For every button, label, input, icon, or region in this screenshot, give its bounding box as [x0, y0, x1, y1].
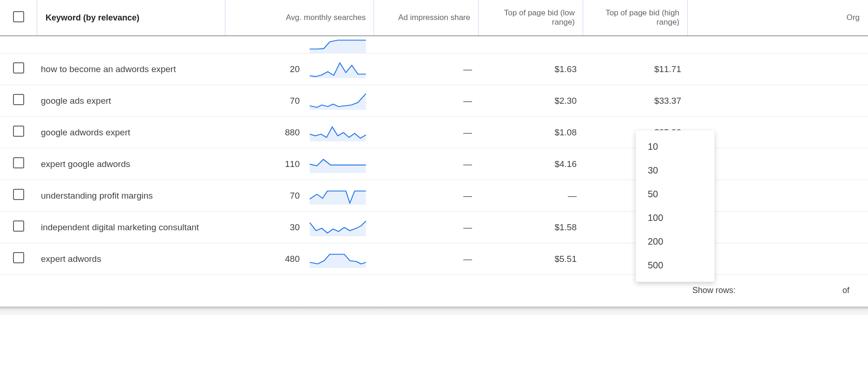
- avg-searches-value: 70: [225, 191, 300, 201]
- bid-low-cell: $2.30: [479, 85, 583, 117]
- svg-marker-5: [310, 191, 366, 204]
- table-footer-row: Show rows:of: [0, 275, 868, 307]
- org-cell: [688, 180, 868, 212]
- checkbox-icon[interactable]: [13, 94, 24, 105]
- col-avg-searches-label: Avg. monthly searches: [286, 13, 366, 22]
- checkbox-icon[interactable]: [13, 126, 24, 137]
- table-row: google adwords expert880—$1.08$35.23: [0, 117, 868, 148]
- select-all-header[interactable]: [0, 0, 37, 35]
- bid-high-cell: $11.71: [583, 53, 688, 85]
- avg-searches-cell: 880: [225, 117, 374, 148]
- table-row: understanding profit margins70——: [0, 180, 868, 212]
- table-row: google ads expert70—$2.30$33.37: [0, 85, 868, 117]
- org-cell: [688, 53, 868, 85]
- org-cell: [688, 148, 868, 180]
- row-checkbox-cell[interactable]: [0, 53, 37, 85]
- checkbox-icon[interactable]: [13, 62, 24, 73]
- col-keyword-label: Keyword (by relevance): [46, 13, 139, 22]
- ad-share-cell: [374, 35, 479, 53]
- rows-option[interactable]: 100: [636, 206, 715, 230]
- keyword-cell: [37, 35, 225, 53]
- avg-searches-value: 480: [225, 254, 300, 264]
- avg-searches-cell: 70: [225, 85, 374, 117]
- table-row: how to become an adwords expert20—$1.63$…: [0, 53, 868, 85]
- avg-searches-value: 20: [225, 64, 300, 74]
- sparkline: [305, 92, 370, 110]
- bid-low-cell: [479, 35, 583, 53]
- col-bid-low-label: Top of page bid (low range): [504, 8, 575, 27]
- col-org-label: Org: [847, 13, 860, 22]
- table-row: [0, 35, 868, 53]
- svg-marker-2: [310, 93, 366, 110]
- col-ad-share[interactable]: Ad impression share: [374, 0, 479, 35]
- ad-share-cell: —: [374, 148, 479, 180]
- sparkline: [305, 155, 370, 173]
- keyword-cell: understanding profit margins: [37, 180, 225, 212]
- ad-share-cell: —: [374, 117, 479, 148]
- avg-searches-cell: 30: [225, 212, 374, 243]
- rows-option[interactable]: 10: [636, 135, 715, 159]
- svg-marker-7: [310, 254, 366, 267]
- bid-high-cell: [583, 35, 688, 53]
- show-rows-label: Show rows:: [692, 286, 736, 295]
- row-checkbox-cell[interactable]: [0, 243, 37, 275]
- sparkline: [305, 187, 370, 205]
- row-checkbox-cell[interactable]: [0, 212, 37, 243]
- checkbox-icon[interactable]: [13, 252, 24, 263]
- org-cell: [688, 85, 868, 117]
- row-checkbox-cell[interactable]: [0, 35, 37, 53]
- checkbox-icon[interactable]: [13, 220, 24, 232]
- table-row: expert adwords480—$5.51: [0, 243, 868, 275]
- row-checkbox-cell[interactable]: [0, 85, 37, 117]
- table-row: independent digital marketing consultant…: [0, 212, 868, 243]
- keyword-table: Keyword (by relevance) Avg. monthly sear…: [0, 0, 868, 307]
- bid-low-cell: $4.16: [479, 148, 583, 180]
- sparkline: [305, 35, 370, 53]
- ad-share-cell: —: [374, 53, 479, 85]
- ad-share-cell: —: [374, 85, 479, 117]
- rows-option[interactable]: 50: [636, 182, 715, 206]
- bid-low-cell: $1.58: [479, 212, 583, 243]
- checkbox-icon[interactable]: [13, 157, 24, 168]
- table-row: expert google adwords110—$4.16: [0, 148, 868, 180]
- row-checkbox-cell[interactable]: [0, 117, 37, 148]
- svg-marker-0: [310, 40, 366, 53]
- org-cell: [688, 243, 868, 275]
- checkbox-icon[interactable]: [13, 189, 24, 200]
- avg-searches-cell: 480: [225, 243, 374, 275]
- row-checkbox-cell[interactable]: [0, 180, 37, 212]
- ad-share-cell: —: [374, 212, 479, 243]
- bottom-shadow: [0, 307, 868, 315]
- rows-option[interactable]: 500: [636, 254, 715, 277]
- col-bid-low[interactable]: Top of page bid (low range): [479, 0, 583, 35]
- org-cell: [688, 117, 868, 148]
- col-avg-searches[interactable]: Avg. monthly searches: [225, 0, 374, 35]
- keyword-cell: expert google adwords: [37, 148, 225, 180]
- svg-marker-4: [310, 159, 366, 173]
- bid-low-cell: —: [479, 180, 583, 212]
- checkbox-icon[interactable]: [13, 11, 24, 22]
- bid-high-cell: $33.37: [583, 85, 688, 117]
- sparkline: [305, 60, 370, 78]
- org-cell: [688, 35, 868, 53]
- ad-share-cell: —: [374, 180, 479, 212]
- avg-searches-cell: 70: [225, 180, 374, 212]
- of-label: of: [842, 286, 849, 295]
- col-org[interactable]: Org: [688, 0, 868, 35]
- avg-searches-value: 880: [225, 127, 300, 138]
- avg-searches-value: 110: [225, 159, 300, 169]
- bid-low-cell: $1.63: [479, 53, 583, 85]
- col-keyword[interactable]: Keyword (by relevance): [37, 0, 225, 35]
- avg-searches-cell: [225, 35, 374, 53]
- avg-searches-cell: 110: [225, 148, 374, 180]
- avg-searches-cell: 20: [225, 53, 374, 85]
- keyword-cell: independent digital marketing consultant: [37, 212, 225, 243]
- bid-low-cell: $1.08: [479, 117, 583, 148]
- row-checkbox-cell[interactable]: [0, 148, 37, 180]
- rows-option[interactable]: 200: [636, 230, 715, 254]
- col-bid-high[interactable]: Top of page bid (high range): [583, 0, 688, 35]
- sparkline: [305, 250, 370, 268]
- rows-per-page-menu[interactable]: 103050100200500: [636, 130, 715, 282]
- svg-marker-6: [310, 221, 366, 236]
- rows-option[interactable]: 30: [636, 159, 715, 182]
